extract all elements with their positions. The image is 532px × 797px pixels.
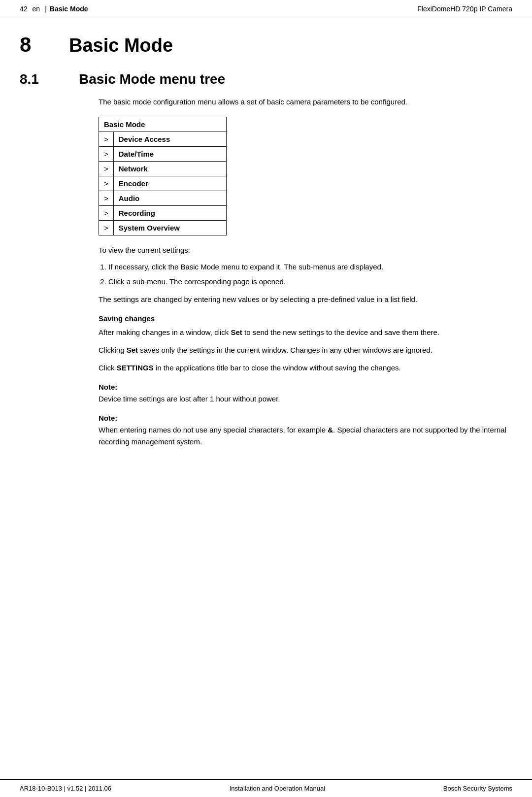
menu-item-0: Device Access (113, 132, 226, 147)
saving-para2: Clicking Set saves only the settings in … (99, 344, 512, 356)
note2-title: Note: (99, 414, 512, 422)
page-header: 42 en | Basic Mode FlexiDomeHD 720p IP C… (0, 0, 532, 18)
section-title: Basic Mode menu tree (79, 71, 225, 87)
section-heading: 8.1 Basic Mode menu tree (20, 71, 512, 87)
header-doc-title: FlexiDomeHD 720p IP Camera (417, 5, 512, 13)
saving-para1: After making changes in a window, click … (99, 327, 512, 338)
saving-para3-suffix: in the applications title bar to close t… (154, 364, 401, 372)
saving-para2-bold: Set (127, 346, 138, 354)
note1-title: Note: (99, 383, 512, 391)
steps-list: If necessary, click the Basic Mode menu … (108, 261, 512, 288)
menu-table: Basic Mode >Device Access>Date/Time>Netw… (99, 117, 227, 235)
note2-text: When entering names do not use any speci… (99, 424, 512, 448)
note1-text: Device time settings are lost after 1 ho… (99, 393, 512, 405)
saving-para1-prefix: After making changes in a window, click (99, 328, 231, 336)
saving-para3-prefix: Click (99, 364, 117, 372)
menu-arrow-3: > (99, 176, 114, 191)
saving-para3: Click SETTINGS in the applications title… (99, 362, 512, 374)
menu-item-2: Network (113, 162, 226, 176)
header-section-label: Basic Mode (50, 5, 88, 13)
menu-item-4: Audio (113, 191, 226, 206)
menu-arrow-5: > (99, 206, 114, 221)
instructions-lead: To view the current settings: (99, 244, 512, 256)
chapter-heading: 8 Basic Mode (20, 33, 512, 57)
page-content: 8 Basic Mode 8.1 Basic Mode menu tree Th… (0, 18, 532, 779)
menu-arrow-1: > (99, 147, 114, 162)
footer-center: Installation and Operation Manual (230, 785, 325, 792)
page-number: 42 (20, 5, 28, 13)
saving-para2-suffix: saves only the settings in the current w… (138, 346, 432, 354)
instructions-closing: The settings are changed by entering new… (99, 294, 512, 305)
header-pipe: | (45, 5, 47, 13)
saving-para1-bold: Set (231, 328, 242, 336)
saving-para3-bold: SETTINGS (117, 364, 154, 372)
saving-changes-title: Saving changes (99, 314, 512, 323)
saving-para2-prefix: Clicking (99, 346, 127, 354)
menu-arrow-4: > (99, 191, 114, 206)
note2-text-bold: & (328, 426, 333, 434)
note2-text-prefix: When entering names do not use any speci… (99, 426, 328, 434)
menu-arrow-2: > (99, 162, 114, 176)
step-2: Click a sub-menu. The corresponding page… (108, 276, 512, 288)
menu-arrow-6: > (99, 221, 114, 235)
intro-text: The basic mode configuration menu allows… (99, 96, 512, 108)
table-header: Basic Mode (99, 117, 227, 132)
menu-item-1: Date/Time (113, 147, 226, 162)
content-area: The basic mode configuration menu allows… (99, 96, 512, 448)
header-sep: en (33, 5, 40, 13)
menu-item-6: System Overview (113, 221, 226, 235)
footer-right: Bosch Security Systems (443, 785, 512, 792)
chapter-title: Basic Mode (69, 35, 173, 56)
section-number: 8.1 (20, 71, 59, 87)
footer-left: AR18-10-B013 | v1.52 | 2011.06 (20, 785, 111, 792)
menu-arrow-0: > (99, 132, 114, 147)
step-1: If necessary, click the Basic Mode menu … (108, 261, 512, 273)
menu-item-3: Encoder (113, 176, 226, 191)
menu-item-5: Recording (113, 206, 226, 221)
header-left: 42 en | Basic Mode (20, 5, 88, 13)
page-footer: AR18-10-B013 | v1.52 | 2011.06 Installat… (0, 779, 532, 797)
chapter-number: 8 (20, 33, 49, 57)
saving-para1-suffix: to send the new settings to the device a… (242, 328, 439, 336)
